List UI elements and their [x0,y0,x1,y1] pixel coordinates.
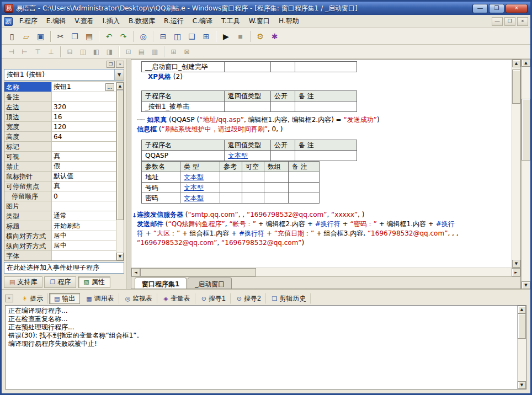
panel-tab-watch-table[interactable]: ◎监视表 [120,293,158,304]
property-row[interactable]: 标题开始刷钻 [4,221,116,231]
inspector-tab-properties[interactable]: ▧属性 [78,276,110,288]
scrollbar-thumb[interactable] [522,99,530,161]
mdi-close-button[interactable]: × [517,17,528,26]
property-value[interactable] [52,142,116,151]
panel-tab-output[interactable]: ▤输出 [49,293,80,304]
code-line[interactable]: ↓连接发信服务器 (“smtp.qq.com”, , “1696798532@q… [131,210,512,220]
property-row[interactable]: 左边320 [4,102,116,112]
mdi-minimize-button[interactable]: — [492,17,503,26]
property-value[interactable]: 64 [52,132,116,141]
event-handler-combobox[interactable]: 在此处选择加入事件处理子程序 [4,262,124,274]
panel-tab-variable-table[interactable]: ◈变量表 [158,293,195,304]
tile-vertical-button[interactable]: ◫ [171,30,184,43]
scroll-right-icon[interactable]: ► [512,268,520,276]
property-grid-scrollbar[interactable]: ▲ ▼ [116,82,124,260]
property-row[interactable]: 标记 [4,142,116,152]
output-scrollbar[interactable]: ▲ ▼ [517,306,526,389]
scroll-down-icon[interactable]: ▼ [512,260,520,268]
menu-item[interactable]: H.帮助 [274,15,304,28]
editor-horizontal-scrollbar[interactable]: ◄ ► [131,268,520,276]
scroll-up-icon[interactable]: ▲ [518,306,526,313]
menu-item[interactable]: I.插入 [98,15,124,28]
panel-tab-hint[interactable]: ☀提示 [17,293,48,304]
panel-splitter[interactable] [126,59,131,289]
scroll-down-icon[interactable]: ▼ [522,281,530,289]
editor-tab[interactable]: 窗口程序集1 [135,277,187,289]
datatype-link[interactable]: 文本型 [184,173,204,181]
property-value[interactable]: 通常 [52,211,116,221]
scroll-down-icon[interactable]: ▼ [116,253,124,260]
run-button[interactable]: ▶ [219,30,233,43]
scroll-down-icon[interactable]: ▼ [518,381,526,389]
mdi-vertical-scrollbar[interactable]: ▲ ▼ [521,59,530,289]
scrollbar-thumb[interactable] [512,70,520,104]
inspector-close-button[interactable]: × [116,61,124,68]
close-button[interactable]: × [506,4,528,13]
property-value[interactable]: 0 [52,191,116,201]
scrollbar-thumb[interactable] [518,313,526,339]
property-row[interactable]: 图片 [4,201,116,211]
menu-item[interactable]: E.编辑 [42,15,70,28]
property-value[interactable] [52,92,116,102]
scroll-up-icon[interactable]: ▲ [116,82,124,90]
panel-tab-call-table[interactable]: ▦调用表 [81,293,119,304]
cascade-windows-button[interactable]: ❏ [185,30,199,43]
ellipsis-button[interactable]: … [105,83,114,91]
redo-button[interactable]: ↷ [116,30,130,43]
component-selector[interactable]: 按钮1 (按钮) ▼ [4,69,124,81]
panel-close-button[interactable]: × [5,295,13,302]
paste-button[interactable]: ▤ [82,30,96,43]
menu-item[interactable]: B.数据库 [124,15,159,28]
property-value[interactable]: 默认值 [52,172,116,181]
compile-button[interactable]: ⚙ [253,30,267,43]
open-file-button[interactable]: ▱ [19,30,33,43]
property-value[interactable]: 16 [52,112,116,121]
property-value[interactable]: 120 [52,122,116,131]
minimize-button[interactable]: — [472,4,488,13]
property-value[interactable]: 开始刷钻 [52,221,116,231]
code-line[interactable]: 信息框 (“刷钻系统维护中，请过段时间再刷”, 0, ) [131,125,512,134]
property-row[interactable]: 禁止假 [4,162,116,172]
cut-button[interactable]: ✂ [54,30,67,43]
inspector-tab-program[interactable]: ❐程序 [44,276,76,288]
property-row[interactable]: 纵向对齐方式居中 [4,241,116,251]
property-value[interactable] [52,251,116,260]
save-button[interactable]: ▣ [34,30,47,43]
editor-vertical-scrollbar[interactable]: ▲ ▼ [512,60,520,268]
property-row[interactable]: 名称按钮1… [4,82,116,92]
code-line[interactable]: XP风格 (2) [131,72,512,82]
editor-tab[interactable]: _启动窗口 [188,277,232,289]
property-row[interactable]: 类型通常 [4,211,116,221]
find-button[interactable]: ◎ [136,30,150,43]
code-line[interactable]: 符 + “大区：” + 组合框1.内容 + #换行符 + “充值日期：” + 组… [131,229,512,238]
new-file-button[interactable]: ▯ [5,30,19,43]
datatype-link[interactable]: 文本型 [184,184,204,191]
property-row[interactable]: 横向对齐方式居中 [4,231,116,241]
property-value[interactable]: 320 [52,102,116,111]
property-value[interactable]: 真 [52,152,116,161]
panel-tab-clip-history[interactable]: ❏剪辑历史 [267,293,311,304]
restore-button[interactable]: ❐ [489,4,504,13]
code-line[interactable]: “1696798532@qq.com”, “1696798532@qq.com”… [131,238,512,248]
panel-tab-search1[interactable]: ⊙搜寻1 [196,293,231,304]
undo-button[interactable]: ↶ [102,30,116,43]
scrollbar-thumb[interactable] [116,90,124,220]
editor-content[interactable]: __启动窗口_创建完毕XP风格 (2)子程序名返回值类型公开备 注_按钮1_被单… [131,60,512,268]
mdi-restore-button[interactable]: ❐ [504,17,515,26]
datatype-link[interactable]: 文本型 [228,152,248,159]
code-line[interactable]: ┄┄ 如果真 (QQASP (“地址/qq.asp”, 编辑框1.内容, 编辑框… [131,115,512,125]
property-value[interactable]: 居中 [52,231,116,241]
property-value[interactable]: 按钮1… [52,82,116,92]
property-row[interactable]: 高度64 [4,132,116,142]
property-value[interactable]: 居中 [52,241,116,250]
menu-item[interactable]: C.编译 [188,15,217,28]
tile-horizontal-button[interactable]: ⊟ [156,30,170,43]
property-row[interactable]: 宽度120 [4,122,116,132]
scroll-left-icon[interactable]: ◄ [131,268,140,276]
menu-item[interactable]: W.窗口 [244,15,274,28]
property-row[interactable]: 可停留焦点真 [4,182,116,191]
property-value[interactable] [52,201,116,211]
panel-tab-search2[interactable]: ⊙搜寻2 [232,293,266,304]
scrollbar-thumb[interactable] [140,268,256,276]
scroll-up-icon[interactable]: ▲ [522,59,530,67]
